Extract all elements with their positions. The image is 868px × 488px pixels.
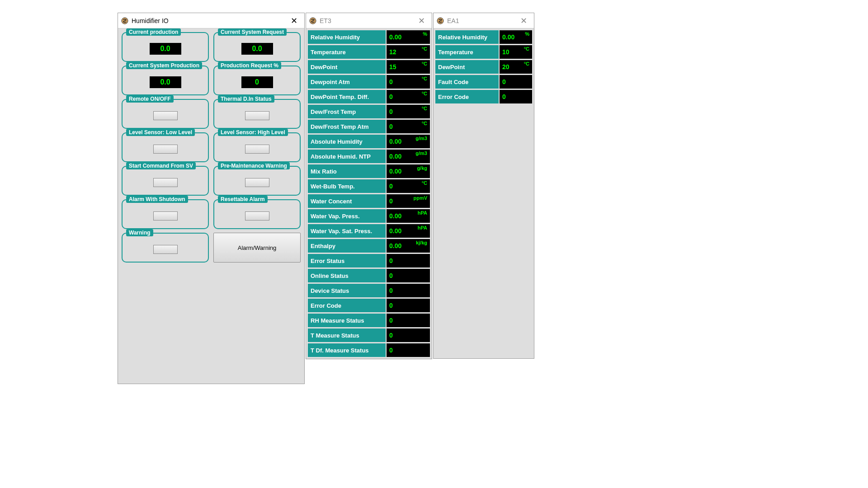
data-row: Water Concent0ppmV	[308, 194, 430, 208]
humidifier-body: Current production 0.0 Current System Re…	[118, 28, 304, 266]
row-unit: °C	[422, 180, 427, 186]
tile-legend: Resettable Alarm	[218, 196, 268, 203]
ea1-empty-area	[434, 105, 534, 358]
data-row: RH Measure Status0	[308, 314, 430, 327]
indicator-alarm-with-shutdown[interactable]	[153, 211, 178, 221]
indicator-warning[interactable]	[153, 245, 178, 254]
row-label: Dewpoint Atm	[308, 75, 386, 89]
row-label: Dew/Frost Temp	[308, 105, 386, 118]
row-label: Relative Humidity	[308, 30, 386, 44]
app-icon	[121, 17, 129, 25]
data-row: DewPoint Temp. Diff.0°C	[308, 90, 430, 103]
data-row: Absolute Humid. NTP0.00g/m3	[308, 150, 430, 163]
row-unit: °C	[422, 61, 427, 66]
row-label: Fault Code	[435, 75, 499, 89]
alarm-warning-button[interactable]: Alarm/Warning	[213, 233, 301, 263]
row-unit: °C	[422, 76, 427, 81]
data-row: Absolute Humidity0.00g/m3	[308, 135, 430, 148]
row-unit: ppmV	[413, 195, 427, 201]
window-title: Humidifier IO	[132, 17, 283, 24]
row-value: 0°C	[387, 179, 430, 193]
data-row: Dew/Frost Temp Atm0°C	[308, 120, 430, 133]
tile-level-sensor-high: Level Sensor: High Level	[213, 132, 301, 162]
row-label: Water Vap. Press.	[308, 209, 386, 223]
readout-current-system-production: 0.0	[150, 76, 181, 88]
app-icon	[309, 17, 317, 25]
toggle-thermal-din-status[interactable]	[245, 111, 269, 120]
row-unit: hPA	[418, 225, 427, 230]
titlebar-et3[interactable]: ET3 ✕	[306, 13, 432, 28]
row-label: Wet-Bulb Temp.	[308, 179, 386, 193]
tile-production-request-pct: Production Request % 0	[213, 66, 301, 95]
tile-legend: Level Sensor: High Level	[218, 129, 288, 136]
row-value: 0	[387, 254, 430, 267]
row-unit: g/m3	[415, 136, 427, 141]
row-label: Absolute Humid. NTP	[308, 150, 386, 163]
row-unit: °C	[524, 61, 529, 66]
tile-legend: Start Command From SV	[126, 162, 196, 169]
tile-resettable-alarm: Resettable Alarm	[213, 199, 301, 229]
humidifier-empty-area	[118, 266, 304, 384]
row-value: 0.00%	[387, 30, 430, 44]
tile-thermal-din-status: Thermal D.In Status	[213, 99, 301, 129]
data-row: Enthalpy0.00kj/kg	[308, 239, 430, 253]
data-row: Dew/Frost Temp0°C	[308, 105, 430, 118]
row-label: Water Concent	[308, 194, 386, 208]
tile-legend: Production Request %	[218, 62, 281, 69]
row-unit: g/m3	[415, 150, 427, 156]
data-row: Relative Humidity0.00%	[435, 30, 532, 44]
close-icon[interactable]: ✕	[286, 14, 302, 28]
data-row: Mix Ratio0.00g/kg	[308, 164, 430, 178]
row-label: Temperature	[308, 45, 386, 59]
row-value: 0ppmV	[387, 194, 430, 208]
row-unit: °C	[422, 91, 427, 96]
tile-pre-maintenance-warning: Pre-Maintenance Warning	[213, 166, 301, 196]
row-unit: °C	[524, 46, 529, 52]
row-value: 12°C	[387, 45, 430, 59]
data-row: T Df. Measure Status0	[308, 343, 430, 357]
ea1-body: Relative Humidity0.00%Temperature10°CDew…	[434, 28, 534, 105]
close-icon[interactable]: ✕	[414, 14, 429, 28]
toggle-remote-on-off[interactable]	[153, 111, 178, 120]
data-row: Water Vap. Sat. Press.0.00hPA	[308, 224, 430, 238]
tile-legend: Warning	[126, 229, 153, 236]
tile-current-production: Current production 0.0	[122, 32, 209, 62]
indicator-pre-maintenance-warning[interactable]	[245, 178, 269, 187]
readout-current-system-request: 0.0	[241, 43, 273, 55]
row-value: 0	[387, 299, 430, 312]
row-label: DewPoint Temp. Diff.	[308, 90, 386, 103]
data-row: Error Code0	[308, 299, 430, 312]
close-icon[interactable]: ✕	[516, 14, 531, 28]
tile-legend: Thermal D.In Status	[218, 95, 274, 103]
data-row: Fault Code0	[435, 75, 532, 89]
data-row: Temperature12°C	[308, 45, 430, 59]
row-label: Enthalpy	[308, 239, 386, 253]
tile-level-sensor-low: Level Sensor: Low Level	[122, 132, 209, 162]
indicator-resettable-alarm[interactable]	[245, 211, 269, 221]
window-humidifier-io: Humidifier IO ✕ Current production 0.0 C…	[118, 13, 305, 384]
row-value: 15°C	[387, 60, 430, 74]
tile-legend: Current production	[126, 28, 181, 36]
row-value: 0	[387, 314, 430, 327]
window-title: EA1	[447, 17, 513, 24]
app-icon	[436, 17, 444, 25]
indicator-level-sensor-low[interactable]	[153, 145, 178, 154]
indicator-level-sensor-high[interactable]	[245, 145, 269, 154]
titlebar-humidifier[interactable]: Humidifier IO ✕	[118, 13, 304, 28]
row-value: 0	[500, 75, 532, 89]
toggle-start-command-from-sv[interactable]	[153, 178, 178, 187]
row-label: Mix Ratio	[308, 164, 386, 178]
window-et3: ET3 ✕ Relative Humidity0.00%Temperature1…	[306, 13, 432, 359]
tile-alarm-with-shutdown: Alarm With Shutdown	[122, 199, 209, 229]
data-row: Wet-Bulb Temp.0°C	[308, 179, 430, 193]
row-unit: g/kg	[417, 165, 427, 171]
row-value: 0°C	[387, 90, 430, 103]
row-unit: %	[423, 31, 427, 37]
readout-current-production: 0.0	[150, 43, 181, 55]
row-value: 0°C	[387, 75, 430, 89]
row-label: DewPoint	[435, 60, 499, 74]
row-label: Device Status	[308, 284, 386, 297]
titlebar-ea1[interactable]: EA1 ✕	[434, 13, 534, 28]
row-unit: kj/kg	[416, 240, 427, 245]
row-label: Absolute Humidity	[308, 135, 386, 148]
